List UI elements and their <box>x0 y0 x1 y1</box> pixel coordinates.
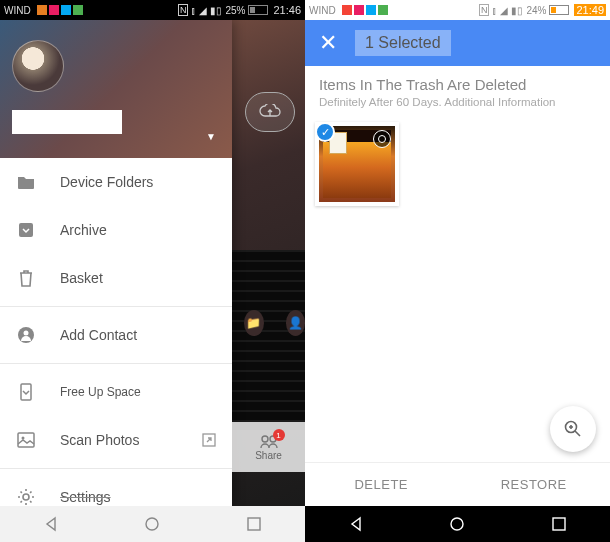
scan-icon <box>16 430 36 450</box>
trash-info: Items In The Trash Are Deleted Definitel… <box>305 66 610 122</box>
action-bar: DELETE RESTORE <box>305 462 610 506</box>
notif-icon <box>37 5 47 15</box>
menu-scan-photos[interactable]: Scan Photos <box>0 416 232 464</box>
menu-label: Scan Photos <box>60 432 139 448</box>
home-button[interactable] <box>142 514 162 534</box>
archive-icon <box>16 220 36 240</box>
carrier-label: WIND <box>4 5 31 16</box>
close-icon[interactable]: ✕ <box>319 30 337 56</box>
battery-pct: 24% <box>526 5 546 16</box>
notif-icon <box>366 5 376 15</box>
menu-basket[interactable]: Basket <box>0 254 232 302</box>
battery-pct: 25% <box>225 5 245 16</box>
menu-label: Basket <box>60 270 103 286</box>
nfc-icon: N <box>479 4 490 16</box>
free-space-icon <box>16 382 36 402</box>
signal-icon: ▮▯ <box>511 5 523 16</box>
info-subtitle: Definitely After 60 Days. Additional Inf… <box>319 96 596 108</box>
selected-check-icon[interactable]: ✓ <box>315 122 335 142</box>
info-title: Items In The Trash Are Deleted <box>319 76 596 93</box>
nfc-icon: N <box>178 4 189 16</box>
folder-icons-row: 📁 👤 <box>232 310 305 336</box>
bottom-bar: 1 Share <box>232 422 305 472</box>
clock: 21:46 <box>273 4 301 16</box>
folder-icon[interactable]: 👤 <box>286 310 306 336</box>
phone-right-screen: WIND N ⫿ ◢ ▮▯ 24% 21:49 ✕ 1 Selected Ite… <box>305 0 610 542</box>
notif-icon <box>61 5 71 15</box>
menu-settings[interactable]: Settings <box>0 473 232 506</box>
svg-point-2 <box>24 331 29 336</box>
share-label: Share <box>255 450 282 461</box>
wifi-icon: ◢ <box>500 5 508 16</box>
clock: 21:49 <box>574 4 606 16</box>
folder-icon[interactable]: 📁 <box>244 310 264 336</box>
navigation-bar <box>0 506 305 542</box>
wifi-icon: ◢ <box>199 5 207 16</box>
svg-point-10 <box>146 518 158 530</box>
photo-thumbnail[interactable]: ✓ <box>315 122 399 206</box>
menu-archive[interactable]: Archive <box>0 206 232 254</box>
menu-device-folders[interactable]: Device Folders <box>0 158 232 206</box>
avatar[interactable] <box>12 40 64 92</box>
home-button[interactable] <box>447 514 467 534</box>
menu-label: Archive <box>60 222 107 238</box>
add-contact-icon <box>16 325 36 345</box>
svg-rect-4 <box>18 433 34 447</box>
recents-button[interactable] <box>244 514 264 534</box>
vibrate-icon: ⫿ <box>492 5 497 16</box>
menu-add-contact[interactable]: Add Contact <box>0 311 232 359</box>
drawer-menu: Device Folders Archive Basket Add Contac… <box>0 158 232 506</box>
gear-icon <box>16 487 36 506</box>
play-store-icon <box>73 5 83 15</box>
chevron-down-icon[interactable]: ▼ <box>206 131 216 142</box>
cloud-upload-button[interactable] <box>245 92 295 132</box>
share-button[interactable]: 1 Share <box>255 433 282 461</box>
delete-button[interactable]: DELETE <box>305 463 458 506</box>
back-button[interactable] <box>41 514 61 534</box>
svg-point-7 <box>23 494 29 500</box>
background-photo <box>230 250 305 430</box>
svg-point-13 <box>451 518 463 530</box>
signal-icon: ▮▯ <box>210 5 222 16</box>
back-button[interactable] <box>346 514 366 534</box>
status-bar: WIND N ⫿ ◢ ▮▯ 24% 21:49 <box>305 0 610 20</box>
svg-rect-0 <box>19 223 33 237</box>
menu-label: Settings <box>60 489 111 505</box>
notification-badge: 1 <box>273 429 285 441</box>
selection-count: 1 Selected <box>355 30 451 56</box>
menu-label: Add Contact <box>60 327 137 343</box>
drawer-header[interactable]: ▼ <box>0 20 232 158</box>
notif-icon <box>342 5 352 15</box>
notif-icon <box>49 5 59 15</box>
restore-button[interactable]: RESTORE <box>458 463 611 506</box>
carrier-label: WIND <box>309 5 336 16</box>
trash-icon <box>16 268 36 288</box>
account-name <box>12 110 122 134</box>
divider <box>0 306 232 307</box>
svg-point-8 <box>262 436 268 442</box>
svg-rect-3 <box>21 384 31 400</box>
phone-left-screen: WIND N ⫿ ◢ ▮▯ 25% 21:46 📁 👤 <box>0 0 305 542</box>
svg-rect-11 <box>248 518 260 530</box>
main-content: ✕ 1 Selected Items In The Trash Are Dele… <box>305 20 610 506</box>
selection-toolbar: ✕ 1 Selected <box>305 20 610 66</box>
navigation-drawer: ▼ Device Folders Archive Basket <box>0 20 232 506</box>
divider <box>0 468 232 469</box>
zoom-fab[interactable] <box>550 406 596 452</box>
menu-free-up-space[interactable]: Free Up Space <box>0 368 232 416</box>
battery-icon <box>549 5 569 15</box>
recents-button[interactable] <box>549 514 569 534</box>
play-store-icon <box>378 5 388 15</box>
external-link-icon <box>202 433 216 447</box>
menu-label: Device Folders <box>60 174 153 190</box>
main-content: 📁 👤 ▼ Device Folders Archive <box>0 20 305 506</box>
notif-icon <box>354 5 364 15</box>
motion-photo-icon <box>373 130 391 148</box>
navigation-bar <box>305 506 610 542</box>
divider <box>0 363 232 364</box>
battery-icon <box>248 5 268 15</box>
status-bar: WIND N ⫿ ◢ ▮▯ 25% 21:46 <box>0 0 305 20</box>
menu-label: Free Up Space <box>60 385 141 399</box>
svg-point-5 <box>22 437 25 440</box>
folder-icon <box>16 172 36 192</box>
